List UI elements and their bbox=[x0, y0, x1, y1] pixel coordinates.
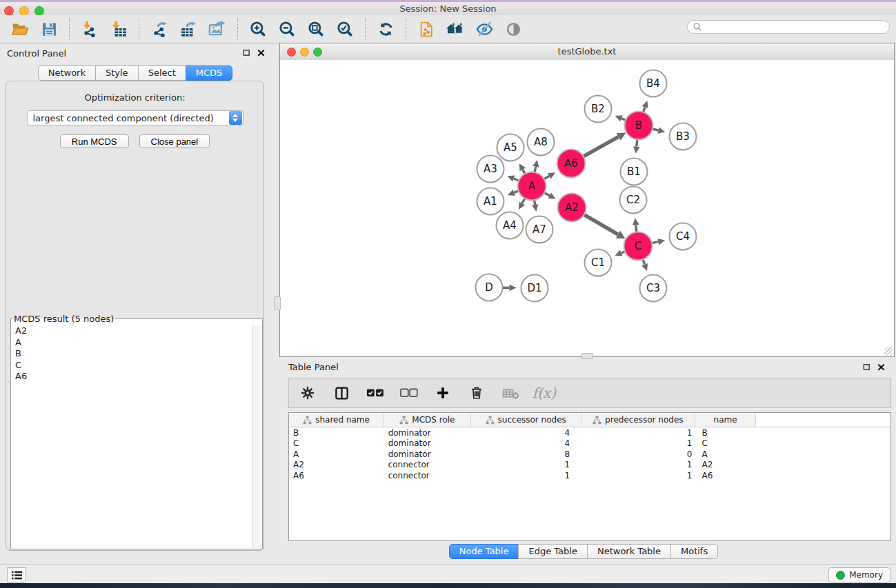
cell[interactable]: 1 bbox=[470, 460, 581, 471]
resize-grip-icon[interactable] bbox=[884, 347, 893, 356]
criterion-dropdown[interactable]: largest connected component (directed) bbox=[27, 110, 243, 125]
tab-network[interactable]: Network bbox=[38, 65, 96, 81]
cell[interactable]: 1 bbox=[581, 460, 695, 471]
refresh-icon[interactable] bbox=[376, 19, 395, 39]
deselect-all-icon[interactable] bbox=[400, 383, 418, 403]
cell[interactable]: A2 bbox=[695, 460, 755, 471]
column-header-predecessor-nodes[interactable]: predecessor nodes bbox=[581, 413, 695, 427]
result-item[interactable]: A bbox=[12, 337, 253, 349]
run-mcds-button[interactable]: Run MCDS bbox=[60, 134, 129, 148]
network-canvas[interactable]: B4B2BB3A5A8A6A3B1AA1C2A2A4A7C4CC1C3DD1 bbox=[280, 60, 894, 356]
cell[interactable]: 4 bbox=[470, 438, 581, 449]
graph-node-A7[interactable]: A7 bbox=[526, 216, 553, 243]
table-settings-gear-icon[interactable] bbox=[299, 383, 317, 403]
graph-node-A1[interactable]: A1 bbox=[477, 188, 504, 215]
zoom-fit-icon[interactable] bbox=[306, 19, 326, 39]
cell[interactable]: dominator bbox=[384, 427, 471, 438]
close-table-panel-icon[interactable] bbox=[877, 363, 885, 371]
result-item[interactable]: B bbox=[12, 348, 253, 360]
cell[interactable]: B bbox=[289, 427, 384, 438]
tab-mcds[interactable]: MCDS bbox=[186, 65, 233, 81]
show-graphics-details-icon[interactable] bbox=[504, 19, 523, 39]
network-titlebar[interactable]: testGlobe.txt bbox=[280, 43, 894, 61]
table-row[interactable]: Cdominator41C bbox=[289, 438, 890, 449]
tab-node-table[interactable]: Node Table bbox=[449, 544, 519, 559]
cell[interactable]: 0 bbox=[581, 449, 695, 460]
show-columns-icon[interactable] bbox=[332, 383, 350, 403]
search-input[interactable] bbox=[702, 21, 889, 32]
table-row[interactable]: A2connector11A2 bbox=[289, 460, 890, 471]
graph-node-A2[interactable]: A2 bbox=[558, 194, 586, 222]
cell[interactable]: A bbox=[695, 449, 755, 460]
float-table-panel-icon[interactable] bbox=[863, 363, 870, 371]
open-folder-icon[interactable] bbox=[10, 19, 30, 39]
cell[interactable]: 1 bbox=[581, 470, 695, 481]
graph-node-A5[interactable]: A5 bbox=[497, 134, 524, 161]
graph-node-D1[interactable]: D1 bbox=[521, 275, 548, 302]
graph-node-C3[interactable]: C3 bbox=[640, 275, 667, 302]
memory-button[interactable]: Memory bbox=[828, 567, 890, 582]
vertical-splitter-handle[interactable] bbox=[274, 296, 281, 310]
cell[interactable]: dominator bbox=[384, 438, 471, 449]
graph-node-C4[interactable]: C4 bbox=[670, 223, 697, 250]
import-table-icon[interactable] bbox=[109, 19, 128, 39]
column-header-MCDS-role[interactable]: MCDS role bbox=[384, 413, 471, 427]
export-image-icon[interactable] bbox=[208, 19, 227, 39]
tab-network-table[interactable]: Network Table bbox=[587, 544, 671, 559]
cell[interactable]: connector bbox=[384, 470, 471, 481]
delete-column-icon[interactable] bbox=[468, 383, 486, 403]
result-scrollbar[interactable] bbox=[252, 325, 261, 548]
create-column-icon[interactable] bbox=[434, 383, 452, 403]
cell[interactable]: connector bbox=[384, 460, 471, 471]
graph-node-C[interactable]: C bbox=[624, 232, 653, 261]
cell[interactable]: A6 bbox=[289, 470, 384, 481]
cell[interactable]: dominator bbox=[384, 449, 471, 460]
cell[interactable]: A bbox=[289, 449, 384, 460]
tab-select[interactable]: Select bbox=[138, 65, 186, 81]
cell[interactable]: 4 bbox=[470, 427, 581, 438]
graph-node-A4[interactable]: A4 bbox=[497, 212, 524, 239]
export-table-icon[interactable] bbox=[179, 19, 198, 39]
graph-node-B4[interactable]: B4 bbox=[640, 70, 667, 97]
graph-node-B[interactable]: B bbox=[625, 112, 653, 140]
search-field[interactable] bbox=[687, 20, 890, 34]
cell[interactable]: A6 bbox=[695, 470, 755, 481]
task-history-button[interactable] bbox=[7, 567, 26, 582]
graph-node-C1[interactable]: C1 bbox=[585, 250, 612, 276]
graph-node-D[interactable]: D bbox=[476, 274, 503, 301]
graph-node-A[interactable]: A bbox=[518, 172, 546, 201]
export-network-icon[interactable] bbox=[150, 19, 169, 39]
save-session-icon[interactable] bbox=[39, 19, 59, 39]
home-icon[interactable] bbox=[446, 19, 465, 39]
float-panel-icon[interactable] bbox=[243, 49, 250, 57]
cell[interactable]: C bbox=[289, 438, 384, 449]
table-row[interactable]: Bdominator41B bbox=[289, 427, 890, 438]
result-item[interactable]: A6 bbox=[12, 371, 253, 383]
tab-style[interactable]: Style bbox=[95, 65, 139, 81]
select-all-icon[interactable] bbox=[366, 383, 384, 403]
graph-node-A3[interactable]: A3 bbox=[477, 156, 504, 183]
graph-edge[interactable] bbox=[584, 214, 618, 234]
open-session-file-icon[interactable] bbox=[417, 19, 436, 39]
zoom-in-icon[interactable] bbox=[248, 19, 268, 39]
result-item[interactable]: C bbox=[12, 360, 253, 372]
cell[interactable]: 1 bbox=[581, 438, 695, 449]
graph-node-B1[interactable]: B1 bbox=[621, 159, 648, 185]
graph-edge[interactable] bbox=[583, 136, 619, 156]
cell[interactable]: C bbox=[695, 438, 755, 449]
graph-node-A6[interactable]: A6 bbox=[557, 150, 586, 178]
table-row[interactable]: A6connector11A6 bbox=[289, 470, 890, 481]
node-table[interactable]: shared nameMCDS rolesuccessor nodesprede… bbox=[288, 412, 891, 541]
hide-graphics-details-icon[interactable] bbox=[475, 19, 494, 39]
table-row[interactable]: Adominator80A bbox=[289, 449, 890, 460]
column-header-successor-nodes[interactable]: successor nodes bbox=[470, 413, 581, 427]
graph-node-A8[interactable]: A8 bbox=[528, 129, 555, 156]
cell[interactable]: A2 bbox=[289, 460, 384, 471]
graph-node-B3[interactable]: B3 bbox=[670, 123, 697, 150]
cell[interactable]: 1 bbox=[581, 427, 695, 438]
cell[interactable]: 8 bbox=[470, 449, 581, 460]
result-item[interactable]: A2 bbox=[12, 325, 253, 337]
column-header-shared-name[interactable]: shared name bbox=[289, 413, 384, 427]
graph-node-B2[interactable]: B2 bbox=[585, 96, 612, 123]
tab-motifs[interactable]: Motifs bbox=[670, 544, 718, 559]
